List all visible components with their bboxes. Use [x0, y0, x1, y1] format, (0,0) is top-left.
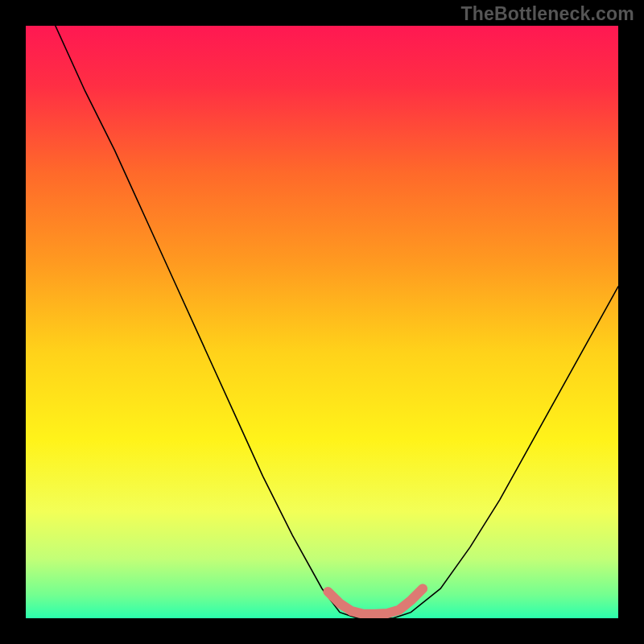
chart-frame: TheBottleneck.com — [0, 0, 644, 644]
gradient-background — [26, 26, 618, 618]
watermark-label: TheBottleneck.com — [460, 3, 634, 25]
chart-svg — [26, 26, 618, 618]
plot-area — [26, 26, 618, 618]
